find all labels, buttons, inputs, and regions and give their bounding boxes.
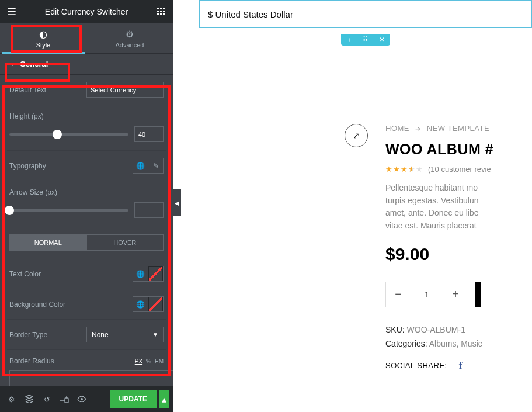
- product-price: $9.00: [385, 244, 532, 264]
- qty-value[interactable]: 1: [411, 282, 443, 307]
- tab-style[interactable]: ◐ Style: [0, 23, 86, 53]
- state-tab-normal[interactable]: NORMAL: [9, 234, 87, 251]
- sku-row: SKU: WOO-ALBUM-1: [385, 325, 532, 334]
- height-slider[interactable]: [9, 133, 128, 136]
- control-bg-color: Background Color 🌐: [7, 289, 166, 320]
- tab-advanced-label: Advanced: [116, 41, 144, 49]
- arrow-size-slider[interactable]: [9, 209, 128, 212]
- svg-rect-2: [163, 8, 165, 9]
- currency-switcher-widget[interactable]: $ United States Dollar: [199, 0, 532, 28]
- height-input[interactable]: [134, 126, 164, 142]
- product-title: WOO ALBUM #: [385, 141, 532, 158]
- unit-em[interactable]: EM: [155, 358, 164, 365]
- control-typography: Typography 🌐 ✎: [7, 151, 166, 181]
- rating-row: ★★★★★★ (10 customer revie: [385, 165, 532, 174]
- arrow-size-input[interactable]: [134, 202, 164, 218]
- slider-thumb[interactable]: [53, 130, 62, 139]
- section-edit-handles: ＋ ⠿ ✕: [341, 34, 390, 46]
- update-options-button[interactable]: ▴: [159, 390, 169, 408]
- control-default-text: Default Text: [7, 75, 166, 105]
- state-tab-hover[interactable]: HOVER: [86, 234, 164, 251]
- svg-rect-0: [157, 8, 159, 9]
- text-color-global-icon[interactable]: 🌐: [133, 266, 148, 282]
- category-link-1[interactable]: Albums: [429, 339, 457, 348]
- typography-global-icon[interactable]: 🌐: [133, 158, 148, 174]
- breadcrumb-home[interactable]: HOME: [385, 124, 409, 133]
- control-text-color: Text Color 🌐: [7, 259, 166, 289]
- slider-thumb[interactable]: [5, 206, 14, 215]
- bg-color-global-icon[interactable]: 🌐: [133, 296, 148, 312]
- tab-advanced[interactable]: ⚙ Advanced: [86, 23, 173, 53]
- no-color-icon: [148, 266, 163, 281]
- product-info: HOME ➔ NEW TEMPLATE WOO ALBUM # ★★★★★★ (…: [385, 124, 532, 372]
- panel-header: ☰ Edit Currency Switcher: [0, 0, 173, 23]
- add-section-icon[interactable]: ＋: [341, 34, 357, 46]
- svg-rect-10: [65, 398, 68, 403]
- radius-right-input[interactable]: [109, 370, 173, 386]
- settings-gear-icon[interactable]: ⚙: [4, 391, 20, 407]
- panel-collapse-handle[interactable]: ◀: [173, 189, 181, 216]
- svg-rect-1: [160, 8, 162, 9]
- svg-rect-6: [157, 13, 159, 15]
- panel-title: Edit Currency Switcher: [23, 7, 149, 16]
- navigator-icon[interactable]: [21, 391, 37, 407]
- section-general-toggle[interactable]: ▼ General: [0, 54, 173, 75]
- height-label: Height (px): [9, 105, 164, 126]
- sku-label: SKU:: [385, 325, 405, 334]
- preview-canvas: $ United States Dollar ＋ ⠿ ✕ ⤢ HOME ➔ NE…: [199, 0, 532, 412]
- border-radius-inputs: 🔗: [9, 370, 164, 386]
- border-type-value: None: [92, 331, 109, 339]
- half-circle-icon: ◐: [39, 29, 47, 40]
- review-count[interactable]: (10 customer revie: [428, 165, 491, 174]
- control-height: Height (px): [7, 105, 166, 151]
- breadcrumb-current: NEW TEMPLATE: [427, 124, 489, 133]
- zoom-icon[interactable]: ⤢: [345, 124, 368, 147]
- svg-rect-8: [163, 13, 165, 15]
- sku-value: WOO-ALBUM-1: [407, 325, 465, 334]
- tab-style-label: Style: [36, 41, 50, 49]
- default-text-input[interactable]: [86, 82, 164, 98]
- arrow-size-label: Arrow Size (px): [9, 181, 164, 202]
- state-tabs: NORMAL HOVER: [9, 234, 164, 251]
- drag-section-icon[interactable]: ⠿: [357, 34, 374, 46]
- no-color-icon: [148, 297, 163, 311]
- qty-plus-button[interactable]: +: [443, 282, 468, 307]
- widgets-grid-icon[interactable]: [149, 8, 173, 16]
- quantity-row: − 1 +: [385, 282, 532, 307]
- bg-color-swatch[interactable]: [148, 296, 164, 312]
- radius-top-input[interactable]: [9, 370, 109, 386]
- product-layout: ⤢ HOME ➔ NEW TEMPLATE WOO ALBUM # ★★★★★★…: [199, 30, 532, 372]
- star-rating-icon: ★★★★★★: [385, 165, 423, 174]
- border-type-select[interactable]: None ▼: [86, 327, 164, 342]
- default-text-label: Default Text: [9, 86, 86, 94]
- unit-percent[interactable]: %: [146, 358, 151, 365]
- menu-icon[interactable]: ☰: [0, 5, 23, 18]
- qty-minus-button[interactable]: −: [385, 282, 411, 307]
- svg-rect-3: [157, 11, 159, 12]
- breadcrumb-separator-icon: ➔: [415, 125, 421, 132]
- categories-row: Categories: Albums, Music: [385, 339, 532, 348]
- category-link-2[interactable]: Music: [461, 339, 482, 348]
- responsive-icon[interactable]: [56, 391, 72, 407]
- add-to-cart-button[interactable]: [475, 282, 481, 307]
- product-description: Pellentesque habitant mo turpis egestas.…: [385, 182, 532, 233]
- facebook-icon[interactable]: f: [459, 360, 463, 372]
- svg-point-11: [81, 398, 83, 400]
- control-border-radius: Border Radius PX % EM 🔗 TOP RIG: [7, 350, 166, 386]
- text-color-swatch[interactable]: [148, 266, 164, 282]
- preview-eye-icon[interactable]: [74, 391, 90, 407]
- product-gallery: ⤢: [199, 124, 368, 372]
- text-color-label: Text Color: [9, 270, 133, 278]
- close-section-icon[interactable]: ✕: [374, 34, 390, 46]
- typography-edit-icon[interactable]: ✎: [148, 158, 164, 174]
- history-icon[interactable]: ↺: [39, 391, 55, 407]
- caret-down-icon: ▼: [9, 61, 15, 67]
- categories-label: Categories:: [385, 339, 427, 348]
- chevron-down-icon: ▼: [152, 331, 158, 338]
- update-button[interactable]: UPDATE: [110, 390, 157, 408]
- unit-switcher: PX % EM: [135, 358, 164, 365]
- svg-rect-4: [160, 11, 162, 12]
- currency-label: $ United States Dollar: [208, 9, 293, 19]
- unit-px[interactable]: PX: [135, 358, 142, 365]
- panel-body: Default Text Height (px) Typography 🌐 ✎: [0, 75, 173, 386]
